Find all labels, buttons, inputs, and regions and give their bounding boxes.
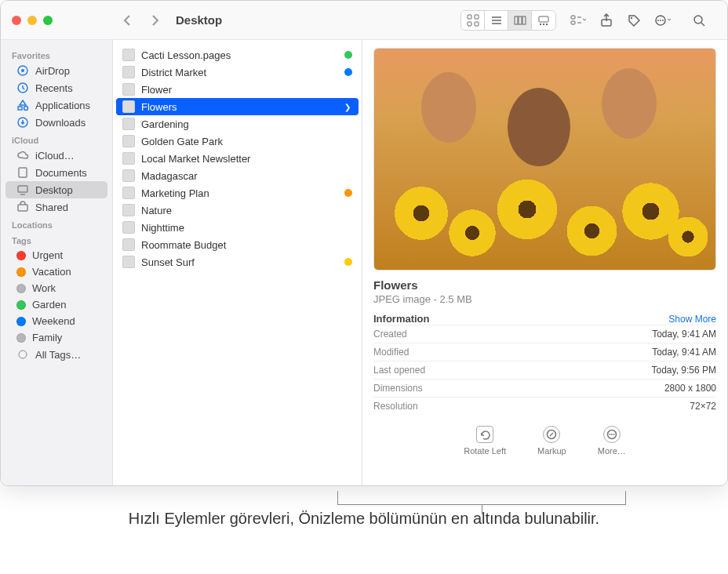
all-tags-icon [16,348,29,361]
sidebar-section-favorites: Favorites [1,46,112,62]
column-view-button[interactable] [508,11,532,30]
quick-action-more[interactable]: More… [598,426,626,456]
icon-view-button[interactable] [461,11,485,30]
quick-actions: Rotate LeftMarkupMore… [373,426,716,456]
svg-rect-0 [468,15,471,19]
svg-rect-8 [519,16,522,24]
file-row[interactable]: Golden Gate Park [116,133,359,150]
svg-rect-12 [543,24,544,25]
tag-dot [16,300,26,310]
file-row[interactable]: Nighttime [116,219,359,236]
svg-point-30 [24,107,28,111]
file-tag-dot [344,189,352,197]
back-button[interactable] [121,14,133,27]
close-window-button[interactable] [12,16,21,25]
sidebar-item-desktop[interactable]: Desktop [5,181,107,198]
file-row[interactable]: Cacti Lesson.pages [116,46,359,64]
svg-point-41 [613,434,614,435]
info-row: Resolution72×72 [373,397,716,415]
rotate-icon [476,426,493,443]
svg-rect-35 [18,205,27,211]
minimize-window-button[interactable] [27,16,37,25]
sidebar-item-documents[interactable]: Documents [5,164,107,181]
svg-rect-2 [468,22,471,26]
file-icon [122,204,135,216]
info-value: Today, 9:56 PM [652,365,717,376]
sidebar-item-shared[interactable]: Shared [5,198,107,216]
file-icon [122,49,135,61]
file-row[interactable]: Gardening [116,115,359,133]
list-view-button[interactable] [485,11,508,30]
svg-rect-13 [546,24,548,25]
svg-point-19 [631,16,632,18]
markup-icon [543,426,560,443]
sidebar-item-downloads[interactable]: Downloads [5,114,107,131]
sidebar-tag-vacation[interactable]: Vacation [5,263,107,280]
svg-point-36 [19,351,27,358]
share-button[interactable] [595,11,617,30]
search-button[interactable] [688,11,710,30]
doc-icon [16,166,29,179]
action-button[interactable] [652,11,674,30]
clock-icon [16,82,29,94]
group-button[interactable] [567,11,589,30]
sidebar-item-label: Shared [35,202,68,213]
file-icon [122,152,135,165]
sidebar-item-recents[interactable]: Recents [5,79,107,96]
info-value: 2800 x 1800 [664,383,716,394]
gallery-view-button[interactable] [532,11,555,30]
sidebar-tag-all tags…[interactable]: All Tags… [5,346,107,363]
view-switcher [460,10,556,31]
window-controls [1,16,113,25]
svg-rect-32 [19,168,27,177]
file-row[interactable]: Local Market Newsletter [116,150,359,167]
file-name: Cacti Lesson.pages [141,49,338,61]
sidebar-item-applications[interactable]: Applications [5,96,107,114]
svg-rect-15 [571,21,575,24]
file-row[interactable]: Roommate Budget [116,236,359,253]
sidebar-item-label: Downloads [35,117,86,129]
sidebar-item-icloud…[interactable]: iCloud… [5,147,107,164]
file-row[interactable]: Sunset Surf [116,253,359,271]
sidebar-item-label: Documents [35,167,87,179]
sidebar-item-airdrop[interactable]: AirDrop [5,62,107,79]
file-icon [122,221,135,234]
file-row[interactable]: Madagascar [116,167,359,184]
tags-button[interactable] [624,11,646,30]
svg-point-39 [609,434,610,435]
sidebar-item-label: Garden [32,299,66,311]
window-body: Favorites AirDropRecentsApplicationsDown… [1,40,727,485]
download-icon [16,116,29,129]
file-icon [122,187,135,199]
show-more-link[interactable]: Show More [668,314,716,325]
file-icon [122,169,135,182]
callout-caption: Hızlı Eylemler görevleri, Önizleme bölüm… [0,486,728,536]
preview-thumbnail [373,48,716,271]
sidebar-tag-garden[interactable]: Garden [5,296,107,313]
sidebar-item-label: Urgent [32,249,63,261]
sidebar-tag-work[interactable]: Work [5,280,107,296]
quick-action-rotate[interactable]: Rotate Left [464,426,506,456]
forward-button[interactable] [149,14,162,27]
sidebar-tag-weekend[interactable]: Weekend [5,313,107,329]
file-row[interactable]: Flowers❯ [116,98,359,115]
callout-bracket [337,491,626,505]
file-row[interactable]: Marketing Plan [116,184,359,202]
sidebar-tag-urgent[interactable]: Urgent [5,247,107,263]
toolbar [460,10,727,31]
quick-action-markup[interactable]: Markup [537,426,566,456]
file-row[interactable]: Flower [116,81,359,98]
file-icon [122,100,135,113]
more-icon [603,426,621,443]
nav-buttons [113,14,162,27]
file-row[interactable]: District Market [116,64,359,81]
info-key: Created [373,329,407,340]
sidebar-item-label: iCloud… [35,150,75,162]
file-name: Gardening [141,118,338,130]
caption-text: Hızlı Eylemler görevleri, Önizleme bölüm… [129,510,599,527]
zoom-window-button[interactable] [43,16,53,25]
svg-point-23 [662,20,664,21]
sidebar-section-icloud: iCloud [1,131,112,147]
file-row[interactable]: Nature [116,202,359,219]
sidebar-tag-family[interactable]: Family [5,329,107,346]
